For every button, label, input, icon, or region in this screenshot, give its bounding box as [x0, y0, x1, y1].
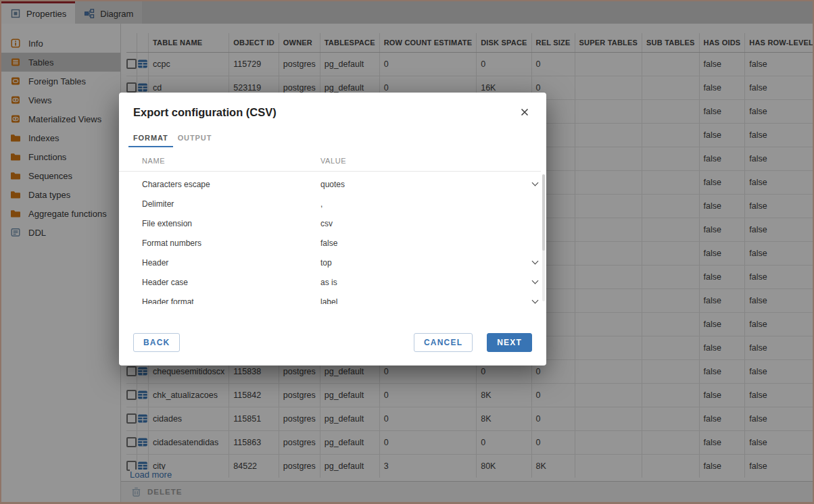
settings-table-body: Characters escapequotesDelimiter,File ex… — [119, 172, 546, 304]
settings-name-header: NAME — [142, 157, 320, 165]
back-button[interactable]: BACK — [133, 333, 180, 352]
settings-rows: Characters escapequotesDelimiter,File ex… — [142, 174, 546, 304]
setting-value-text: top — [320, 258, 332, 268]
setting-name: Format numbers — [142, 238, 320, 248]
chevron-down-icon — [532, 278, 539, 284]
setting-name: Header case — [142, 278, 320, 287]
setting-value-text: csv — [320, 219, 333, 228]
setting-value-text: quotes — [320, 180, 345, 189]
setting-value-dropdown[interactable]: as is — [320, 278, 546, 287]
setting-value-text: false — [320, 238, 337, 248]
setting-name: File extension — [142, 219, 320, 228]
setting-value: false — [320, 238, 546, 248]
chevron-down-icon — [532, 180, 539, 186]
dialog-tab-format[interactable]: FORMAT — [128, 130, 173, 147]
setting-name: Header format — [142, 297, 320, 305]
close-icon[interactable] — [519, 107, 531, 119]
setting-value-text: as is — [320, 278, 337, 287]
setting-value-dropdown[interactable]: quotes — [320, 180, 546, 189]
dialog-scrollbar — [542, 174, 545, 301]
setting-value: csv — [320, 219, 546, 228]
next-button[interactable]: NEXT — [487, 333, 532, 352]
setting-row-characters-escape: Characters escapequotes — [142, 174, 546, 194]
settings-table-header: NAME VALUE — [119, 157, 541, 172]
setting-row-file-extension: File extensioncsv — [142, 213, 546, 233]
dialog-scrollbar-thumb[interactable] — [542, 174, 545, 251]
setting-name: Characters escape — [142, 180, 320, 189]
setting-value-text: label — [320, 297, 337, 305]
setting-value-dropdown[interactable]: label — [320, 297, 546, 305]
cancel-button[interactable]: CANCEL — [414, 333, 473, 352]
setting-row-header-case: Header caseas is — [142, 272, 546, 292]
settings-value-header: VALUE — [320, 157, 346, 165]
setting-value-dropdown[interactable]: top — [320, 258, 546, 268]
setting-row-header-format: Header formatlabel — [142, 292, 546, 304]
dialog-footer: BACK CANCEL NEXT — [119, 333, 546, 366]
dialog-tab-output[interactable]: OUTPUT — [173, 130, 217, 147]
setting-row-delimiter: Delimiter, — [142, 194, 546, 213]
dialog-title: Export configuration (CSV) — [133, 106, 277, 119]
setting-row-format-numbers: Format numbersfalse — [142, 233, 546, 253]
setting-value-text: , — [320, 199, 322, 209]
dialog-tabs: FORMATOUTPUT — [128, 130, 546, 147]
export-config-dialog: Export configuration (CSV) FORMATOUTPUT … — [119, 93, 546, 366]
chevron-down-icon — [532, 297, 539, 304]
setting-name: Delimiter — [142, 199, 320, 209]
chevron-down-icon — [532, 258, 539, 265]
dialog-header: Export configuration (CSV) — [119, 93, 546, 119]
app-window: { "window": { "tabs": [ { "label": "Prop… — [0, 0, 814, 504]
setting-value: , — [320, 199, 546, 209]
setting-name: Header — [142, 258, 320, 268]
setting-row-header: Headertop — [142, 253, 546, 272]
